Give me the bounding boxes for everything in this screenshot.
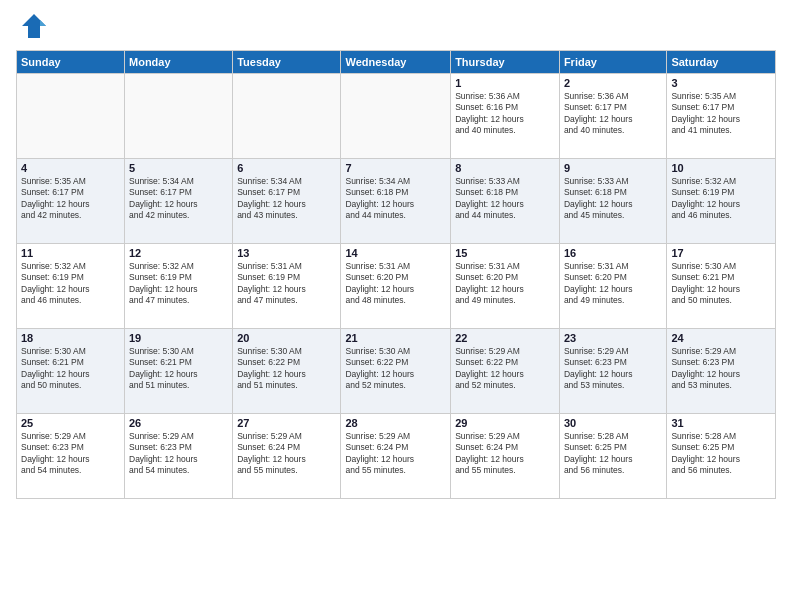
- calendar-cell: 4Sunrise: 5:35 AM Sunset: 6:17 PM Daylig…: [17, 159, 125, 244]
- day-info: Sunrise: 5:33 AM Sunset: 6:18 PM Dayligh…: [455, 176, 555, 222]
- day-info: Sunrise: 5:29 AM Sunset: 6:24 PM Dayligh…: [455, 431, 555, 477]
- weekday-header-sunday: Sunday: [17, 51, 125, 74]
- day-number: 3: [671, 77, 771, 89]
- day-number: 26: [129, 417, 228, 429]
- day-info: Sunrise: 5:31 AM Sunset: 6:19 PM Dayligh…: [237, 261, 336, 307]
- day-number: 14: [345, 247, 446, 259]
- weekday-header-friday: Friday: [559, 51, 666, 74]
- day-info: Sunrise: 5:31 AM Sunset: 6:20 PM Dayligh…: [564, 261, 662, 307]
- calendar-cell: 1Sunrise: 5:36 AM Sunset: 6:16 PM Daylig…: [451, 74, 560, 159]
- day-info: Sunrise: 5:32 AM Sunset: 6:19 PM Dayligh…: [129, 261, 228, 307]
- calendar-cell: 17Sunrise: 5:30 AM Sunset: 6:21 PM Dayli…: [667, 244, 776, 329]
- calendar-cell: 12Sunrise: 5:32 AM Sunset: 6:19 PM Dayli…: [125, 244, 233, 329]
- day-number: 6: [237, 162, 336, 174]
- day-number: 28: [345, 417, 446, 429]
- day-number: 16: [564, 247, 662, 259]
- day-number: 30: [564, 417, 662, 429]
- day-number: 29: [455, 417, 555, 429]
- calendar-week-row: 25Sunrise: 5:29 AM Sunset: 6:23 PM Dayli…: [17, 414, 776, 499]
- day-number: 20: [237, 332, 336, 344]
- day-number: 11: [21, 247, 120, 259]
- calendar-cell: 24Sunrise: 5:29 AM Sunset: 6:23 PM Dayli…: [667, 329, 776, 414]
- day-number: 17: [671, 247, 771, 259]
- weekday-header-monday: Monday: [125, 51, 233, 74]
- calendar-cell: 29Sunrise: 5:29 AM Sunset: 6:24 PM Dayli…: [451, 414, 560, 499]
- day-number: 4: [21, 162, 120, 174]
- day-number: 19: [129, 332, 228, 344]
- day-number: 31: [671, 417, 771, 429]
- calendar-cell: 2Sunrise: 5:36 AM Sunset: 6:17 PM Daylig…: [559, 74, 666, 159]
- day-number: 24: [671, 332, 771, 344]
- day-number: 8: [455, 162, 555, 174]
- day-number: 15: [455, 247, 555, 259]
- day-info: Sunrise: 5:35 AM Sunset: 6:17 PM Dayligh…: [21, 176, 120, 222]
- day-info: Sunrise: 5:32 AM Sunset: 6:19 PM Dayligh…: [671, 176, 771, 222]
- calendar-cell: [341, 74, 451, 159]
- day-info: Sunrise: 5:34 AM Sunset: 6:18 PM Dayligh…: [345, 176, 446, 222]
- day-number: 23: [564, 332, 662, 344]
- day-info: Sunrise: 5:30 AM Sunset: 6:21 PM Dayligh…: [21, 346, 120, 392]
- calendar-week-row: 4Sunrise: 5:35 AM Sunset: 6:17 PM Daylig…: [17, 159, 776, 244]
- day-number: 21: [345, 332, 446, 344]
- day-info: Sunrise: 5:35 AM Sunset: 6:17 PM Dayligh…: [671, 91, 771, 137]
- header: [16, 12, 776, 40]
- calendar-week-row: 11Sunrise: 5:32 AM Sunset: 6:19 PM Dayli…: [17, 244, 776, 329]
- day-number: 1: [455, 77, 555, 89]
- calendar-cell: 20Sunrise: 5:30 AM Sunset: 6:22 PM Dayli…: [233, 329, 341, 414]
- day-info: Sunrise: 5:36 AM Sunset: 6:17 PM Dayligh…: [564, 91, 662, 137]
- calendar-table: SundayMondayTuesdayWednesdayThursdayFrid…: [16, 50, 776, 499]
- calendar-cell: 15Sunrise: 5:31 AM Sunset: 6:20 PM Dayli…: [451, 244, 560, 329]
- calendar-cell: 7Sunrise: 5:34 AM Sunset: 6:18 PM Daylig…: [341, 159, 451, 244]
- weekday-header-row: SundayMondayTuesdayWednesdayThursdayFrid…: [17, 51, 776, 74]
- day-number: 25: [21, 417, 120, 429]
- calendar-cell: 6Sunrise: 5:34 AM Sunset: 6:17 PM Daylig…: [233, 159, 341, 244]
- calendar-cell: [17, 74, 125, 159]
- calendar-cell: [125, 74, 233, 159]
- calendar-cell: 30Sunrise: 5:28 AM Sunset: 6:25 PM Dayli…: [559, 414, 666, 499]
- calendar-cell: 11Sunrise: 5:32 AM Sunset: 6:19 PM Dayli…: [17, 244, 125, 329]
- day-number: 7: [345, 162, 446, 174]
- calendar-cell: 23Sunrise: 5:29 AM Sunset: 6:23 PM Dayli…: [559, 329, 666, 414]
- day-info: Sunrise: 5:30 AM Sunset: 6:22 PM Dayligh…: [237, 346, 336, 392]
- calendar-cell: 21Sunrise: 5:30 AM Sunset: 6:22 PM Dayli…: [341, 329, 451, 414]
- day-info: Sunrise: 5:29 AM Sunset: 6:23 PM Dayligh…: [21, 431, 120, 477]
- day-number: 5: [129, 162, 228, 174]
- day-number: 27: [237, 417, 336, 429]
- calendar-cell: 28Sunrise: 5:29 AM Sunset: 6:24 PM Dayli…: [341, 414, 451, 499]
- day-info: Sunrise: 5:28 AM Sunset: 6:25 PM Dayligh…: [564, 431, 662, 477]
- day-info: Sunrise: 5:34 AM Sunset: 6:17 PM Dayligh…: [237, 176, 336, 222]
- day-info: Sunrise: 5:31 AM Sunset: 6:20 PM Dayligh…: [455, 261, 555, 307]
- day-number: 10: [671, 162, 771, 174]
- day-info: Sunrise: 5:29 AM Sunset: 6:24 PM Dayligh…: [237, 431, 336, 477]
- calendar-cell: 13Sunrise: 5:31 AM Sunset: 6:19 PM Dayli…: [233, 244, 341, 329]
- calendar-cell: 25Sunrise: 5:29 AM Sunset: 6:23 PM Dayli…: [17, 414, 125, 499]
- weekday-header-saturday: Saturday: [667, 51, 776, 74]
- day-info: Sunrise: 5:29 AM Sunset: 6:23 PM Dayligh…: [129, 431, 228, 477]
- weekday-header-tuesday: Tuesday: [233, 51, 341, 74]
- calendar-cell: 18Sunrise: 5:30 AM Sunset: 6:21 PM Dayli…: [17, 329, 125, 414]
- day-info: Sunrise: 5:31 AM Sunset: 6:20 PM Dayligh…: [345, 261, 446, 307]
- day-number: 2: [564, 77, 662, 89]
- calendar-cell: 27Sunrise: 5:29 AM Sunset: 6:24 PM Dayli…: [233, 414, 341, 499]
- calendar-cell: 3Sunrise: 5:35 AM Sunset: 6:17 PM Daylig…: [667, 74, 776, 159]
- calendar-cell: 31Sunrise: 5:28 AM Sunset: 6:25 PM Dayli…: [667, 414, 776, 499]
- day-info: Sunrise: 5:29 AM Sunset: 6:23 PM Dayligh…: [564, 346, 662, 392]
- day-info: Sunrise: 5:28 AM Sunset: 6:25 PM Dayligh…: [671, 431, 771, 477]
- calendar-cell: [233, 74, 341, 159]
- logo: [16, 12, 48, 40]
- calendar-cell: 14Sunrise: 5:31 AM Sunset: 6:20 PM Dayli…: [341, 244, 451, 329]
- day-info: Sunrise: 5:29 AM Sunset: 6:24 PM Dayligh…: [345, 431, 446, 477]
- calendar-cell: 10Sunrise: 5:32 AM Sunset: 6:19 PM Dayli…: [667, 159, 776, 244]
- day-info: Sunrise: 5:30 AM Sunset: 6:21 PM Dayligh…: [129, 346, 228, 392]
- calendar-cell: 8Sunrise: 5:33 AM Sunset: 6:18 PM Daylig…: [451, 159, 560, 244]
- day-number: 13: [237, 247, 336, 259]
- day-number: 22: [455, 332, 555, 344]
- calendar-cell: 26Sunrise: 5:29 AM Sunset: 6:23 PM Dayli…: [125, 414, 233, 499]
- day-info: Sunrise: 5:29 AM Sunset: 6:22 PM Dayligh…: [455, 346, 555, 392]
- calendar-cell: 22Sunrise: 5:29 AM Sunset: 6:22 PM Dayli…: [451, 329, 560, 414]
- day-info: Sunrise: 5:33 AM Sunset: 6:18 PM Dayligh…: [564, 176, 662, 222]
- day-number: 12: [129, 247, 228, 259]
- day-number: 9: [564, 162, 662, 174]
- day-info: Sunrise: 5:34 AM Sunset: 6:17 PM Dayligh…: [129, 176, 228, 222]
- calendar-cell: 5Sunrise: 5:34 AM Sunset: 6:17 PM Daylig…: [125, 159, 233, 244]
